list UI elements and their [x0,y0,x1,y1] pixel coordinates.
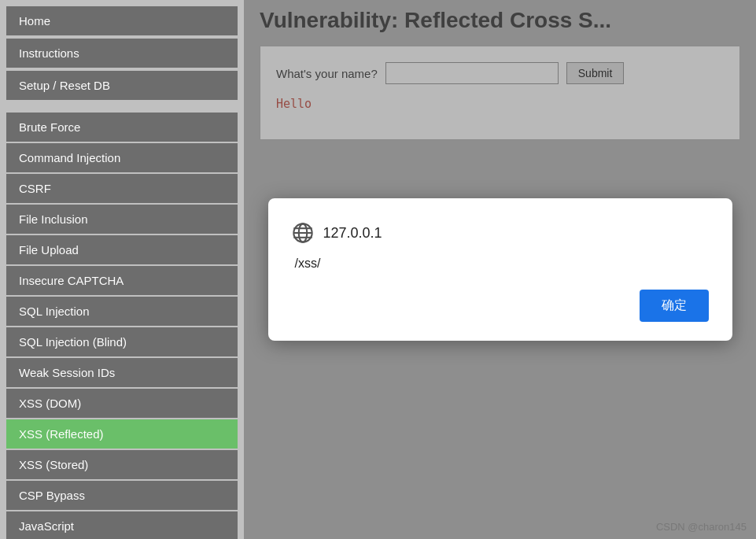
sidebar-item-xss-dom[interactable]: XSS (DOM) [6,389,238,418]
modal-confirm-button[interactable]: 确定 [640,290,709,322]
sidebar-item-sql-injection-blind[interactable]: SQL Injection (Blind) [6,327,238,356]
modal-box: 127.0.0.1 /xss/ 确定 [268,198,732,341]
sidebar-item-instructions[interactable]: Instructions [6,39,238,68]
sidebar-item-csp-bypass[interactable]: CSP Bypass [6,481,238,510]
sidebar-item-xss-stored[interactable]: XSS (Stored) [6,450,238,479]
sidebar-item-home[interactable]: Home [6,6,238,35]
sidebar-item-xss-reflected[interactable]: XSS (Reflected) [6,419,238,449]
modal-header-row: 127.0.0.1 [292,222,709,244]
globe-icon [292,222,314,244]
modal-ip: 127.0.0.1 [323,225,382,242]
sidebar-item-brute-force[interactable]: Brute Force [6,113,238,142]
sidebar-item-command-injection[interactable]: Command Injection [6,143,238,172]
sidebar-vuln-section: Brute Force Command Injection CSRF File … [0,109,244,539]
sidebar-item-csrf[interactable]: CSRF [6,174,238,203]
sidebar-item-file-upload[interactable]: File Upload [6,235,238,264]
sidebar-item-insecure-captcha[interactable]: Insecure CAPTCHA [6,266,238,295]
modal-path: /xss/ [292,257,709,271]
main-content: Vulnerability: Reflected Cross S... What… [244,0,756,539]
modal-overlay: 127.0.0.1 /xss/ 确定 [244,0,756,539]
sidebar: Home Instructions Setup / Reset DB Brute… [0,0,244,539]
sidebar-item-sql-injection[interactable]: SQL Injection [6,297,238,326]
sidebar-top-section: Home Instructions Setup / Reset DB [0,0,244,109]
sidebar-item-weak-session-ids[interactable]: Weak Session IDs [6,358,238,387]
modal-footer: 确定 [292,290,709,322]
sidebar-item-javascript[interactable]: JavaScript [6,511,238,539]
sidebar-item-file-inclusion[interactable]: File Inclusion [6,205,238,234]
sidebar-item-setup-reset-db[interactable]: Setup / Reset DB [6,71,238,100]
